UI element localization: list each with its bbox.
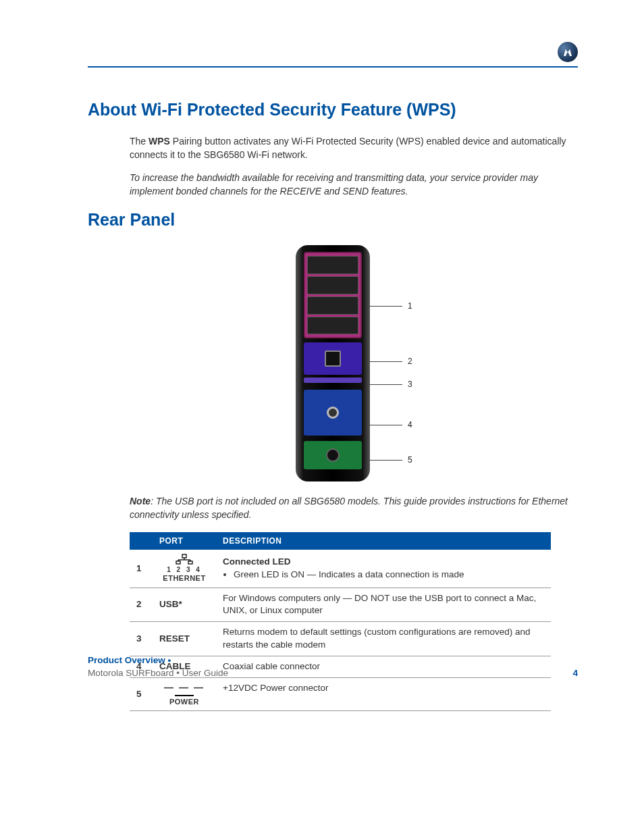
heading-wps: About Wi-Fi Protected Security Feature (… xyxy=(88,98,578,122)
svg-rect-6 xyxy=(188,561,192,564)
callout-2: 2 xyxy=(369,356,412,367)
wps-bold: WPS xyxy=(149,136,170,147)
heading-rear-panel: Rear Panel xyxy=(88,208,578,232)
footer-section: Product Overview xyxy=(88,655,165,665)
cable-block xyxy=(304,390,362,436)
row-desc: For Windows computers only — DO NOT use … xyxy=(216,588,551,622)
reset-strip xyxy=(304,377,362,383)
callout-5: 5 xyxy=(369,454,412,466)
row-num: 3 xyxy=(130,622,153,656)
bandwidth-note: To increase the bandwidth available for … xyxy=(130,172,578,198)
power-block xyxy=(304,441,362,469)
usb-block xyxy=(304,342,362,375)
ethernet-port-icon xyxy=(307,276,358,294)
table-row: 3 RESET Returns modem to default setting… xyxy=(130,622,551,656)
coax-port-icon xyxy=(327,407,339,419)
usb-port-icon xyxy=(325,350,341,367)
callout-4: 4 xyxy=(369,419,412,431)
callout-3: 3 xyxy=(369,379,412,390)
footer-guide: Motorola SURFboard • User Guide xyxy=(88,667,228,680)
row-num: 1 xyxy=(130,550,153,588)
desc-bullet: Green LED is ON — Indicates a data conne… xyxy=(234,569,544,581)
motorola-logo-icon xyxy=(558,42,578,62)
row-port: 1 2 3 4 ETHERNET xyxy=(153,550,216,588)
th-description: DESCRIPTION xyxy=(216,532,551,550)
page-number: 4 xyxy=(572,667,578,680)
th-port: PORT xyxy=(153,532,216,550)
callout-1: 1 xyxy=(369,301,412,312)
wps-paragraph: The WPS Pairing button activates any Wi-… xyxy=(130,135,578,161)
power-port-icon xyxy=(326,448,340,462)
table-row: 5 — — — POWER +12VDC Power connector xyxy=(130,678,551,711)
header-rule xyxy=(88,66,578,68)
port-table: PORT DESCRIPTION 1 1 2 3 4 ETHERNET xyxy=(130,532,551,711)
ethernet-label-icon: 1 2 3 4 ETHERNET xyxy=(159,554,209,583)
row-desc: Returns modem to default settings (custo… xyxy=(216,622,551,656)
usb-note-label: Note xyxy=(130,496,151,506)
row-desc: +12VDC Power connector xyxy=(216,678,551,711)
table-row: 1 1 2 3 4 ETHERNET Connected LED Green L… xyxy=(130,550,551,588)
usb-note: Note: The USB port is not included on al… xyxy=(130,495,578,521)
ethernet-port-icon xyxy=(307,296,358,315)
rear-panel-figure: 1 2 3 4 5 xyxy=(88,245,578,481)
ethernet-block xyxy=(304,252,362,338)
svg-rect-0 xyxy=(182,554,186,558)
ethernet-port-icon xyxy=(307,317,358,335)
row-num: 2 xyxy=(130,588,153,622)
row-port: RESET xyxy=(153,622,216,656)
th-blank xyxy=(130,532,153,550)
row-num: 5 xyxy=(130,678,153,711)
power-label-icon: — — — POWER xyxy=(159,682,209,706)
table-row: 2 USB* For Windows computers only — DO N… xyxy=(130,588,551,622)
footer-dot: • xyxy=(165,655,171,665)
row-port: — — — POWER xyxy=(153,678,216,711)
usb-note-text: : The USB port is not included on all SB… xyxy=(130,496,568,520)
page-footer: Product Overview • Motorola SURFboard • … xyxy=(88,654,578,680)
ethernet-port-icon xyxy=(307,256,358,274)
svg-rect-5 xyxy=(176,561,180,564)
wps-text-pre: The xyxy=(130,136,149,147)
wps-text-post: Pairing button activates any Wi-Fi Prote… xyxy=(130,136,566,160)
desc-title: Connected LED xyxy=(223,556,291,567)
device-rear-illustration xyxy=(296,245,370,481)
row-port: USB* xyxy=(153,588,216,622)
row-desc: Connected LED Green LED is ON — Indicate… xyxy=(216,550,551,588)
